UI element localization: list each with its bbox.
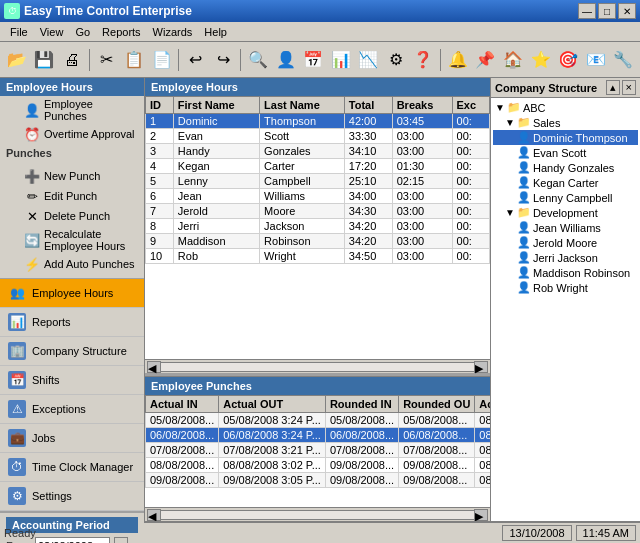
sidebar-nav-company-structure[interactable]: 🏢 Company Structure bbox=[0, 337, 144, 366]
punches-scroll-right[interactable]: ▶ bbox=[474, 509, 488, 521]
sidebar-nav-jobs[interactable]: 💼 Jobs bbox=[0, 424, 144, 453]
employee-hours-row[interactable]: 2 Evan Scott 33:30 03:00 00: bbox=[146, 129, 490, 144]
punch-col-rounded-in[interactable]: Rounded IN bbox=[325, 396, 398, 413]
cell-actual-in: 05/08/2008... bbox=[146, 413, 219, 428]
maximize-button[interactable]: □ bbox=[598, 3, 616, 19]
col-exc[interactable]: Exc bbox=[452, 97, 489, 114]
tree-emp-kegan[interactable]: 👤 Kegan Carter bbox=[493, 175, 638, 190]
tree-emp-jerri[interactable]: 👤 Jerri Jackson bbox=[493, 250, 638, 265]
sidebar-nav-exceptions[interactable]: ⚠ Exceptions bbox=[0, 395, 144, 424]
punch-col-actual-in[interactable]: Actual IN bbox=[146, 396, 219, 413]
menu-file[interactable]: File bbox=[4, 24, 34, 40]
col-last-name[interactable]: Last Name bbox=[260, 97, 345, 114]
menu-wizards[interactable]: Wizards bbox=[147, 24, 199, 40]
toolbar-report[interactable]: 📉 bbox=[355, 46, 381, 74]
tree-group-development[interactable]: ▼ 📁 Development bbox=[493, 205, 638, 220]
scroll-left[interactable]: ◀ bbox=[147, 361, 161, 373]
employee-hours-row[interactable]: 1 Dominic Thompson 42:00 03:45 00: bbox=[146, 114, 490, 129]
toolbar-cut[interactable]: ✂ bbox=[94, 46, 120, 74]
toolbar-help[interactable]: ❓ bbox=[411, 46, 437, 74]
toolbar-redo[interactable]: ↪ bbox=[211, 46, 237, 74]
employee-hours-row[interactable]: 5 Lenny Campbell 25:10 02:15 00: bbox=[146, 174, 490, 189]
toolbar-search[interactable]: 🔍 bbox=[245, 46, 271, 74]
col-first-name[interactable]: First Name bbox=[173, 97, 259, 114]
toolbar-target[interactable]: 🎯 bbox=[555, 46, 581, 74]
sidebar-nav-settings[interactable]: ⚙ Settings bbox=[0, 482, 144, 511]
employee-hours-row[interactable]: 10 Rob Wright 34:50 03:00 00: bbox=[146, 249, 490, 264]
toolbar-favorite[interactable]: ⭐ bbox=[528, 46, 554, 74]
punch-col-rounded-out[interactable]: Rounded OU bbox=[399, 396, 475, 413]
toolbar-settings[interactable]: ⚙ bbox=[383, 46, 409, 74]
punch-col-actual-out[interactable]: Actual OUT bbox=[219, 396, 326, 413]
menu-go[interactable]: Go bbox=[69, 24, 96, 40]
cs-close-button[interactable]: × bbox=[622, 80, 636, 95]
tree-emp-maddison[interactable]: 👤 Maddison Robinson bbox=[493, 265, 638, 280]
sidebar-nav-employee-hours[interactable]: 👥 Employee Hours bbox=[0, 279, 144, 308]
employee-hours-row[interactable]: 4 Kegan Carter 17:20 01:30 00: bbox=[146, 159, 490, 174]
sidebar-employee-punches[interactable]: 👤 Employee Punches bbox=[0, 96, 144, 124]
employee-hours-row[interactable]: 8 Jerri Jackson 34:20 03:00 00: bbox=[146, 219, 490, 234]
toolbar-undo[interactable]: ↩ bbox=[183, 46, 209, 74]
tree-emp-handy[interactable]: 👤 Handy Gonzales bbox=[493, 160, 638, 175]
toolbar-calendar[interactable]: 📅 bbox=[300, 46, 326, 74]
toolbar-copy[interactable]: 📋 bbox=[121, 46, 147, 74]
punches-table-container[interactable]: Actual IN Actual OUT Rounded IN Rounded … bbox=[145, 395, 490, 507]
cs-pin-button[interactable]: ▴ bbox=[606, 80, 620, 95]
employee-hours-table-container[interactable]: ID First Name Last Name Total Breaks Exc… bbox=[145, 96, 490, 359]
sidebar-edit-punch[interactable]: ✏ Edit Punch bbox=[0, 186, 144, 206]
scroll-right[interactable]: ▶ bbox=[474, 361, 488, 373]
employee-hours-hscroll[interactable]: ◀ ▶ bbox=[145, 359, 490, 373]
toolbar-pin[interactable]: 📌 bbox=[473, 46, 499, 74]
sidebar-auto-punches[interactable]: ⚡ Add Auto Punches bbox=[0, 254, 144, 274]
sidebar-nav-shifts[interactable]: 📅 Shifts bbox=[0, 366, 144, 395]
menu-reports[interactable]: Reports bbox=[96, 24, 147, 40]
punches-scroll-left[interactable]: ◀ bbox=[147, 509, 161, 521]
toolbar-save[interactable]: 💾 bbox=[32, 46, 58, 74]
accounting-from-input[interactable] bbox=[35, 537, 110, 543]
close-button[interactable]: ✕ bbox=[618, 3, 636, 19]
toolbar-chart[interactable]: 📊 bbox=[328, 46, 354, 74]
menu-view[interactable]: View bbox=[34, 24, 70, 40]
employee-hours-row[interactable]: 6 Jean Williams 34:00 03:00 00: bbox=[146, 189, 490, 204]
punch-row[interactable]: 08/08/2008... 08/08/2008 3:02 P... 09/08… bbox=[146, 458, 491, 473]
toolbar-print[interactable]: 🖨 bbox=[59, 46, 85, 74]
toolbar-user[interactable]: 👤 bbox=[273, 46, 299, 74]
tree-emp-lenny[interactable]: 👤 Lenny Campbell bbox=[493, 190, 638, 205]
tree-emp-dominic[interactable]: 👤 Dominic Thompson bbox=[493, 130, 638, 145]
tree-emp-rob[interactable]: 👤 Rob Wright bbox=[493, 280, 638, 295]
sidebar-nav-time-clock[interactable]: ⏱ Time Clock Manager bbox=[0, 453, 144, 482]
sidebar-overtime-approval[interactable]: ⏰ Overtime Approval bbox=[0, 124, 144, 144]
punch-col-actual-ho[interactable]: Actual Ho bbox=[475, 396, 490, 413]
sidebar-new-punch[interactable]: ➕ New Punch bbox=[0, 166, 144, 186]
menu-help[interactable]: Help bbox=[198, 24, 233, 40]
tree-emp-evan[interactable]: 👤 Evan Scott bbox=[493, 145, 638, 160]
minimize-button[interactable]: — bbox=[578, 3, 596, 19]
col-total[interactable]: Total bbox=[344, 97, 392, 114]
punch-row[interactable]: 05/08/2008... 05/08/2008 3:24 P... 05/08… bbox=[146, 413, 491, 428]
punches-hscroll[interactable]: ◀ ▶ bbox=[145, 507, 490, 521]
employee-hours-row[interactable]: 9 Maddison Robinson 34:20 03:00 00: bbox=[146, 234, 490, 249]
sidebar-delete-punch[interactable]: ✕ Delete Punch bbox=[0, 206, 144, 226]
sidebar-recalculate[interactable]: 🔄 Recalculate Employee Hours bbox=[0, 226, 144, 254]
accounting-from-dropdown[interactable]: ▼ bbox=[114, 537, 128, 543]
toolbar-tools[interactable]: 🔧 bbox=[610, 46, 636, 74]
col-id[interactable]: ID bbox=[146, 97, 174, 114]
toolbar-open[interactable]: 📂 bbox=[4, 46, 30, 74]
sidebar-nav-reports[interactable]: 📊 Reports bbox=[0, 308, 144, 337]
toolbar-paste[interactable]: 📄 bbox=[149, 46, 175, 74]
punch-row[interactable]: 06/08/2008... 06/08/2008 3:24 P... 06/08… bbox=[146, 428, 491, 443]
punch-row[interactable]: 09/08/2008... 09/08/2008 3:05 P... 09/08… bbox=[146, 473, 491, 488]
tree-development-label: Development bbox=[533, 207, 598, 219]
tree-emp-jerold[interactable]: 👤 Jerold Moore bbox=[493, 235, 638, 250]
employee-hours-row[interactable]: 7 Jerold Moore 34:30 03:00 00: bbox=[146, 204, 490, 219]
person-rob-icon: 👤 bbox=[517, 281, 531, 294]
tree-group-sales[interactable]: ▼ 📁 Sales bbox=[493, 115, 638, 130]
employee-hours-row[interactable]: 3 Handy Gonzales 34:10 03:00 00: bbox=[146, 144, 490, 159]
tree-root[interactable]: ▼ 📁 ABC bbox=[493, 100, 638, 115]
toolbar-home[interactable]: 🏠 bbox=[500, 46, 526, 74]
toolbar-notify[interactable]: 🔔 bbox=[445, 46, 471, 74]
col-breaks[interactable]: Breaks bbox=[392, 97, 452, 114]
toolbar-email[interactable]: 📧 bbox=[583, 46, 609, 74]
punch-row[interactable]: 07/08/2008... 07/08/2008 3:21 P... 07/08… bbox=[146, 443, 491, 458]
tree-emp-jean[interactable]: 👤 Jean Williams bbox=[493, 220, 638, 235]
